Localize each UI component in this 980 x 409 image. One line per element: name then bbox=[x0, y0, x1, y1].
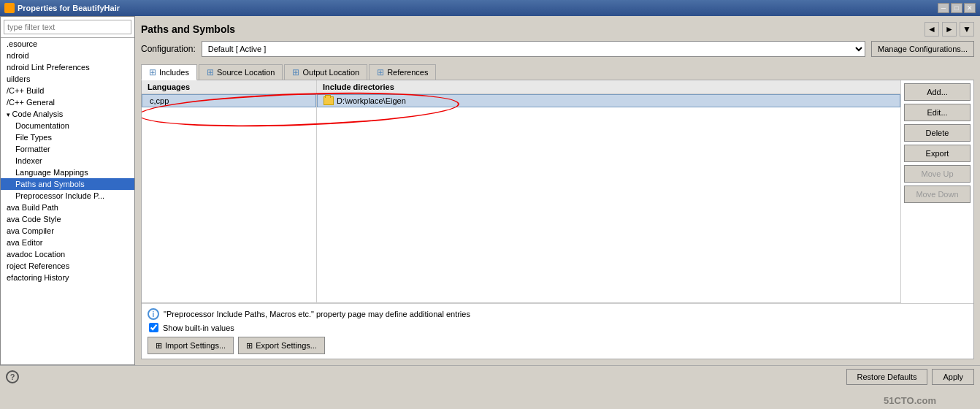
languages-header: Languages bbox=[142, 80, 316, 94]
minimize-button[interactable]: ─ bbox=[938, 3, 949, 13]
sidebar-item-java-editor[interactable]: ava Editor bbox=[1, 237, 134, 248]
sidebar-item-android[interactable]: ndroid bbox=[1, 50, 134, 61]
languages-list: c,cpp bbox=[142, 94, 316, 302]
refs-tab-icon: ⊞ bbox=[377, 67, 384, 77]
sidebar-item-preprocessor[interactable]: Preprocessor Include P... bbox=[1, 190, 134, 202]
languages-column: Languages c,cpp bbox=[142, 80, 317, 302]
tab-source-location[interactable]: ⊞ Source Location bbox=[199, 64, 283, 80]
sidebar-item-java-build-path[interactable]: ava Build Path bbox=[1, 202, 134, 213]
sidebar-item-language-mappings[interactable]: Language Mappings bbox=[1, 167, 134, 178]
sidebar-item-paths-symbols[interactable]: Paths and Symbols bbox=[1, 178, 134, 190]
show-builtin-checkbox[interactable] bbox=[149, 323, 158, 332]
action-buttons: Add... Edit... Delete Export Move Up Mov… bbox=[900, 80, 973, 303]
sidebar-item-documentation[interactable]: Documentation bbox=[1, 120, 134, 131]
window-controls[interactable]: ─ □ ✕ bbox=[938, 3, 976, 13]
tab-includes[interactable]: ⊞ Includes bbox=[141, 64, 197, 80]
nav-forward-button[interactable]: ► bbox=[942, 22, 957, 37]
sidebar-item-javadoc-location[interactable]: avadoc Location bbox=[1, 248, 134, 260]
title-bar-left: Properties for BeautifyHair bbox=[4, 3, 120, 13]
maximize-button[interactable]: □ bbox=[951, 3, 962, 13]
sidebar-item-project-references[interactable]: roject References bbox=[1, 260, 134, 272]
sidebar-item-indexer[interactable]: Indexer bbox=[1, 155, 134, 167]
nav-back-button[interactable]: ◄ bbox=[925, 22, 939, 37]
edit-button[interactable]: Edit... bbox=[904, 104, 971, 121]
export-settings-button[interactable]: ⊞ Export Settings... bbox=[238, 337, 325, 354]
bottom-bar: ? Restore Defaults Apply bbox=[0, 365, 980, 387]
import-settings-button[interactable]: ⊞ Import Settings... bbox=[148, 337, 234, 354]
refs-tab-label: References bbox=[387, 68, 428, 77]
page-title: Paths and Symbols bbox=[141, 23, 235, 35]
sidebar-item-cpp-general[interactable]: /C++ General bbox=[1, 96, 134, 108]
window-icon bbox=[4, 3, 15, 13]
sidebar-item-file-types[interactable]: File Types bbox=[1, 131, 134, 143]
directories-column: Include directories D:\workplace\Eigen bbox=[317, 80, 900, 302]
tab-references[interactable]: ⊞ References bbox=[369, 64, 436, 80]
source-tab-label: Source Location bbox=[217, 68, 275, 77]
show-builtin-label: Show built-in values bbox=[163, 324, 234, 332]
import-icon: ⊞ bbox=[156, 341, 162, 351]
right-panel: Paths and Symbols ◄ ► ▼ Configuration: D… bbox=[135, 16, 980, 365]
sidebar-item-java-compiler[interactable]: ava Compiler bbox=[1, 225, 134, 237]
output-tab-icon: ⊞ bbox=[292, 67, 299, 77]
dir-path: D:\workplace\Eigen bbox=[337, 96, 406, 105]
includes-tab-icon: ⊞ bbox=[149, 67, 156, 77]
restore-defaults-button[interactable]: Restore Defaults bbox=[846, 369, 928, 385]
move-down-button[interactable]: Move Down bbox=[904, 186, 971, 203]
info-icon: i bbox=[148, 308, 159, 320]
add-button[interactable]: Add... bbox=[904, 83, 971, 101]
output-tab-label: Output Location bbox=[302, 68, 359, 77]
filter-input[interactable] bbox=[4, 20, 131, 34]
settings-buttons: ⊞ Import Settings... ⊞ Export Settings..… bbox=[148, 337, 968, 354]
info-row: i "Preprocessor Include Paths, Macros et… bbox=[148, 308, 968, 320]
sidebar: .esource ndroid ndroid Lint Preferences … bbox=[0, 16, 135, 365]
manage-configurations-button[interactable]: Manage Configurations... bbox=[871, 41, 974, 57]
sidebar-item-android-lint[interactable]: ndroid Lint Preferences bbox=[1, 61, 134, 73]
panel-content: Languages c,cpp Include directories bbox=[141, 80, 974, 359]
main-container: .esource ndroid ndroid Lint Preferences … bbox=[0, 16, 980, 387]
apply-button[interactable]: Apply bbox=[932, 369, 974, 385]
info-message: "Preprocessor Include Paths, Macros etc.… bbox=[164, 310, 470, 318]
info-area: i "Preprocessor Include Paths, Macros et… bbox=[142, 303, 973, 359]
sidebar-list: .esource ndroid ndroid Lint Preferences … bbox=[1, 38, 134, 364]
config-label: Configuration: bbox=[141, 44, 196, 54]
sidebar-item-builders[interactable]: uilders bbox=[1, 73, 134, 85]
sidebar-item-java-code-style[interactable]: ava Code Style bbox=[1, 213, 134, 225]
panel-toolbar: Paths and Symbols ◄ ► ▼ bbox=[141, 22, 974, 37]
table-and-buttons: Languages c,cpp Include directories bbox=[142, 80, 973, 303]
export-button[interactable]: Export bbox=[904, 145, 971, 162]
panel-nav-icons: ◄ ► ▼ bbox=[925, 22, 974, 37]
config-select[interactable]: Default [ Active ] bbox=[202, 41, 865, 57]
title-bar: Properties for BeautifyHair ─ □ ✕ bbox=[0, 0, 980, 16]
sidebar-item-formatter[interactable]: Formatter bbox=[1, 143, 134, 155]
import-label: Import Settings... bbox=[165, 341, 226, 350]
tabs-row: ⊞ Includes ⊞ Source Location ⊞ Output Lo… bbox=[141, 64, 974, 80]
lang-item-c-cpp[interactable]: c,cpp bbox=[142, 94, 316, 107]
dir-item-eigen[interactable]: D:\workplace\Eigen bbox=[317, 94, 900, 107]
includes-tab-label: Includes bbox=[159, 68, 189, 77]
nav-expand-button[interactable]: ▼ bbox=[960, 22, 974, 37]
export-label: Export Settings... bbox=[256, 341, 317, 350]
help-button[interactable]: ? bbox=[6, 370, 19, 383]
config-row: Configuration: Default [ Active ] Manage… bbox=[141, 41, 974, 57]
tab-output-location[interactable]: ⊞ Output Location bbox=[284, 64, 367, 80]
watermark: 51CTO.com bbox=[884, 395, 936, 406]
folder-icon bbox=[324, 96, 334, 105]
sidebar-item-cpp-build[interactable]: /C++ Build bbox=[1, 85, 134, 96]
content-area: .esource ndroid ndroid Lint Preferences … bbox=[0, 16, 980, 365]
delete-button[interactable]: Delete bbox=[904, 124, 971, 142]
close-button[interactable]: ✕ bbox=[964, 3, 976, 13]
checkbox-row: Show built-in values bbox=[149, 323, 968, 332]
directories-header: Include directories bbox=[317, 80, 900, 94]
sidebar-item-refactoring-history[interactable]: efactoring History bbox=[1, 272, 134, 283]
export-icon: ⊞ bbox=[246, 341, 253, 351]
window-title: Properties for BeautifyHair bbox=[18, 4, 120, 12]
directories-list: D:\workplace\Eigen bbox=[317, 94, 900, 302]
sidebar-item-resource[interactable]: .esource bbox=[1, 38, 134, 50]
move-up-button[interactable]: Move Up bbox=[904, 165, 971, 183]
filter-box bbox=[1, 17, 134, 38]
sidebar-item-code-analysis[interactable]: Code Analysis bbox=[1, 108, 134, 120]
source-tab-icon: ⊞ bbox=[207, 67, 214, 77]
table-area: Languages c,cpp Include directories bbox=[142, 80, 900, 303]
